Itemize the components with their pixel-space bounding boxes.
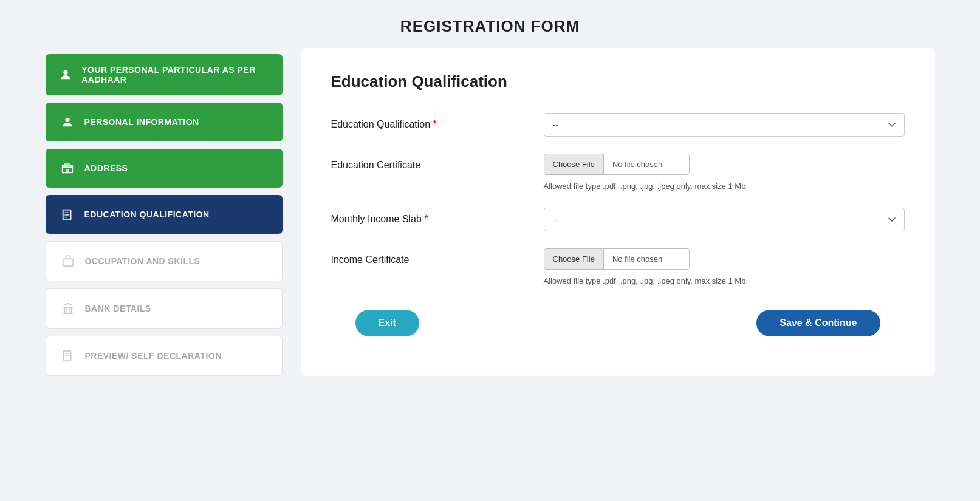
education-certificate-file-label[interactable]: Choose File No file chosen xyxy=(544,154,690,175)
sidebar-item-label: BANK DETAILS xyxy=(85,304,151,313)
education-qualification-row: Education Qualification * -- Below 10th … xyxy=(331,113,905,137)
sidebar-item-label: EDUCATION QUALIFICATION xyxy=(84,210,210,219)
address-icon xyxy=(59,160,76,177)
sidebar-item-education-qualification[interactable]: EDUCATION QUALIFICATION xyxy=(46,195,283,234)
income-certificate-file-name: No file chosen xyxy=(604,249,689,269)
required-star-2: * xyxy=(424,214,428,224)
education-certificate-control: Choose File No file chosen Allowed file … xyxy=(544,154,905,191)
svg-rect-8 xyxy=(63,259,73,266)
sidebar-item-bank-details[interactable]: BANK DETAILS xyxy=(46,288,283,329)
education-certificate-choose-btn[interactable]: Choose File xyxy=(544,154,604,174)
form-actions: Exit Save & Continue xyxy=(331,310,905,336)
user-icon xyxy=(59,114,76,131)
sidebar-item-label: YOUR PERSONAL PARTICULAR AS PER AADHAAR xyxy=(81,65,269,84)
person-icon xyxy=(59,66,74,83)
page-title: REGISTRATION FORM xyxy=(0,0,980,48)
monthly-income-label: Monthly Income Slab * xyxy=(331,208,526,225)
income-certificate-control: Choose File No file chosen Allowed file … xyxy=(544,248,905,285)
sidebar-item-personal-particular[interactable]: YOUR PERSONAL PARTICULAR AS PER AADHAAR xyxy=(46,54,283,95)
education-qualification-control: -- Below 10th 10th Pass 12th Pass Gradua… xyxy=(544,113,905,137)
income-certificate-file-wrapper: Choose File No file chosen xyxy=(544,248,905,270)
sidebar-item-address[interactable]: ADDRESS xyxy=(46,149,283,188)
page-title-bar: REGISTRATION FORM xyxy=(0,0,980,48)
sidebar-item-occupation-skills[interactable]: OCCUPATION AND SKILLS xyxy=(46,241,283,281)
education-certificate-allowed-text: Allowed file type .pdf, .png, .jpg, .jpe… xyxy=(544,182,905,191)
income-certificate-row: Income Certificate Choose File No file c… xyxy=(331,248,905,285)
education-certificate-file-name: No file chosen xyxy=(604,154,689,174)
save-continue-button[interactable]: Save & Continue xyxy=(756,310,880,336)
education-certificate-label: Education Certificate xyxy=(331,154,526,171)
income-certificate-allowed-text: Allowed file type .pdf, .png, .jpg, .jpe… xyxy=(544,276,905,285)
sidebar-item-label: PERSONAL INFORMATION xyxy=(84,117,199,127)
preview-icon xyxy=(60,347,77,364)
sidebar-item-label: OCCUPATION AND SKILLS xyxy=(85,256,200,266)
svg-point-0 xyxy=(64,70,68,75)
sidebar: YOUR PERSONAL PARTICULAR AS PER AADHAAR … xyxy=(46,48,283,376)
income-certificate-label: Income Certificate xyxy=(331,248,526,265)
monthly-income-control: -- 0 - 10,000 10,000 - 25,000 25,000 - 5… xyxy=(544,208,905,231)
monthly-income-select[interactable]: -- 0 - 10,000 10,000 - 25,000 25,000 - 5… xyxy=(544,208,905,231)
education-qualification-select[interactable]: -- Below 10th 10th Pass 12th Pass Gradua… xyxy=(544,113,905,137)
content-area: Education Qualification Education Qualif… xyxy=(301,48,935,376)
required-star-1: * xyxy=(433,119,437,129)
section-title: Education Qualification xyxy=(331,72,905,91)
monthly-income-row: Monthly Income Slab * -- 0 - 10,000 10,0… xyxy=(331,208,905,231)
education-icon xyxy=(59,206,76,223)
income-certificate-choose-btn[interactable]: Choose File xyxy=(544,249,604,269)
exit-button[interactable]: Exit xyxy=(355,310,419,336)
education-certificate-file-wrapper: Choose File No file chosen xyxy=(544,154,905,175)
education-certificate-row: Education Certificate Choose File No fil… xyxy=(331,154,905,191)
sidebar-item-personal-information[interactable]: PERSONAL INFORMATION xyxy=(46,103,283,141)
bank-icon xyxy=(60,300,77,317)
sidebar-item-preview-declaration[interactable]: PREVIEW/ SELF DECLARATION xyxy=(46,336,283,376)
occupation-icon xyxy=(60,253,77,270)
svg-rect-3 xyxy=(66,169,69,172)
svg-point-1 xyxy=(65,118,69,122)
sidebar-item-label: ADDRESS xyxy=(84,163,128,173)
income-certificate-file-label[interactable]: Choose File No file chosen xyxy=(544,248,690,270)
sidebar-item-label: PREVIEW/ SELF DECLARATION xyxy=(85,351,222,361)
education-qualification-label: Education Qualification * xyxy=(331,113,526,130)
